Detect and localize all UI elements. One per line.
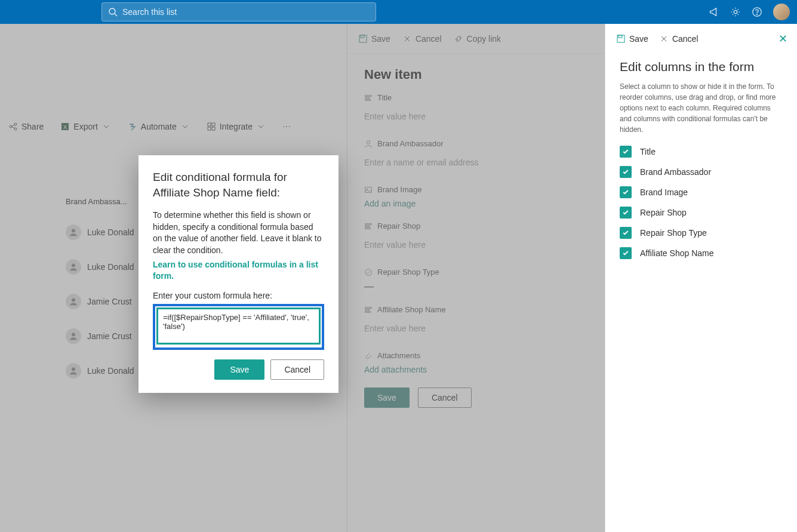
panel-cancel-button[interactable]: Cancel (402, 34, 442, 44)
checkbox-checked-icon[interactable] (620, 247, 632, 259)
search-input[interactable] (122, 7, 370, 17)
person-avatar-icon (66, 294, 81, 309)
panel-copylink-button[interactable]: Copy link (454, 34, 501, 44)
column-label: Brand Image (640, 187, 688, 197)
new-item-command-bar: Save Cancel Copy link (347, 24, 605, 54)
user-avatar[interactable] (773, 4, 790, 20)
checkbox-checked-icon[interactable] (620, 146, 632, 158)
column-row[interactable]: Repair Shop Type (620, 227, 783, 239)
svg-point-24 (367, 140, 370, 143)
chevron-down-icon (256, 122, 266, 131)
svg-rect-27 (365, 223, 372, 225)
newitem-cancel-button[interactable]: Cancel (418, 388, 472, 408)
panel-cancel-label: Cancel (416, 34, 442, 44)
checkbox-checked-icon[interactable] (620, 227, 632, 239)
editpanel-save-button[interactable]: Save (616, 34, 648, 44)
svg-point-15 (72, 264, 75, 267)
svg-point-16 (72, 299, 75, 302)
column-row[interactable]: Affiliate Shop Name (620, 247, 783, 259)
column-row[interactable]: Title (620, 146, 783, 158)
svg-text:X: X (63, 124, 67, 130)
dialog-save-button[interactable]: Save (214, 359, 264, 380)
svg-point-14 (72, 229, 75, 232)
title-input[interactable] (364, 107, 588, 126)
suite-header (0, 0, 797, 24)
svg-line-1 (115, 14, 117, 16)
svg-rect-28 (365, 226, 370, 227)
list-row[interactable]: Luke Donald (66, 353, 134, 388)
svg-point-5 (14, 123, 17, 125)
checkbox-checked-icon[interactable] (620, 186, 632, 198)
field-label-repairshoptype: Repair Shop Type (377, 267, 439, 276)
editpanel-cancel-button[interactable]: Cancel (659, 34, 698, 44)
list-row[interactable]: Jamie Crust (66, 284, 134, 319)
checkbox-checked-icon[interactable] (620, 166, 632, 178)
image-icon (364, 186, 373, 194)
save-icon (358, 34, 368, 44)
list-row[interactable]: Jamie Crust (66, 319, 134, 353)
panel-title: New item (364, 67, 588, 82)
newitem-save-button[interactable]: Save (364, 388, 410, 408)
add-attachments-link[interactable]: Add attachments (364, 365, 427, 374)
field-label-attachments: Attachments (377, 351, 420, 360)
export-button[interactable]: X Export (57, 119, 114, 134)
svg-point-2 (734, 10, 737, 13)
repair-shop-input[interactable] (364, 235, 588, 254)
person-name: Luke Donald (87, 227, 134, 237)
search-box[interactable] (101, 2, 376, 21)
column-row[interactable]: Brand Image (620, 186, 783, 198)
list-row[interactable]: Luke Donald (66, 250, 134, 284)
text-icon (364, 222, 373, 230)
panel-save-button[interactable]: Save (358, 34, 390, 44)
share-label: Share (21, 122, 44, 131)
person-avatar-icon (66, 363, 81, 379)
editpanel-description: Select a column to show or hide it in th… (620, 81, 783, 135)
help-icon[interactable] (752, 7, 762, 17)
formula-label: Enter your custom formula here: (153, 291, 324, 300)
column-row[interactable]: Brand Ambassador (620, 166, 783, 178)
field-label-ambassador: Brand Ambassador (377, 139, 444, 148)
svg-rect-23 (365, 99, 371, 100)
save-icon (616, 34, 626, 44)
repair-shop-type-value[interactable]: — (364, 281, 588, 292)
integrate-button[interactable]: Integrate (203, 119, 269, 134)
column-header-brand-ambassador[interactable]: Brand Ambassa... (66, 197, 127, 206)
field-label-repairshop: Repair Shop (377, 222, 420, 230)
integrate-icon (207, 122, 216, 131)
person-icon (364, 140, 373, 148)
panel-copylink-label: Copy link (467, 34, 501, 44)
column-label: Repair Shop (640, 208, 687, 217)
list-rows: Luke Donald Luke Donald Jamie Crust Jami… (66, 215, 134, 388)
flow-icon (128, 122, 137, 131)
formula-textarea[interactable] (158, 309, 319, 343)
automate-button[interactable]: Automate (124, 119, 193, 134)
add-image-link[interactable]: Add an image (364, 199, 416, 208)
editpanel-title: Edit columns in the form (620, 60, 783, 74)
column-row[interactable]: Repair Shop (620, 207, 783, 219)
more-button[interactable]: ⋯ (279, 119, 294, 134)
svg-rect-12 (208, 127, 211, 130)
dialog-learn-link[interactable]: Learn to use conditional formulas in a l… (153, 259, 324, 282)
checkbox-checked-icon[interactable] (620, 207, 632, 219)
gear-icon[interactable] (730, 7, 741, 17)
brand-ambassador-input[interactable] (364, 153, 588, 172)
dialog-cancel-button[interactable]: Cancel (270, 359, 324, 380)
editpanel-save-label: Save (629, 34, 648, 44)
list-row[interactable]: Luke Donald (66, 215, 134, 250)
field-label-affiliate: Affiliate Shop Name (377, 305, 446, 314)
svg-rect-25 (365, 187, 372, 192)
new-item-panel: Save Cancel Copy link New item Title Bra… (347, 24, 605, 532)
chevron-down-icon (101, 122, 111, 131)
editpanel-close-button[interactable]: ✕ (778, 32, 787, 45)
field-label-image: Brand Image (377, 185, 421, 194)
share-icon (8, 122, 18, 131)
person-name: Jamie Crust (87, 331, 132, 341)
share-button[interactable]: Share (5, 119, 47, 134)
svg-rect-11 (212, 123, 215, 126)
svg-point-7 (14, 128, 17, 130)
affiliate-shop-input[interactable] (364, 319, 588, 338)
automate-label: Automate (141, 122, 177, 131)
chevron-down-icon (180, 122, 190, 131)
megaphone-icon[interactable] (709, 7, 719, 17)
svg-rect-20 (361, 35, 364, 38)
